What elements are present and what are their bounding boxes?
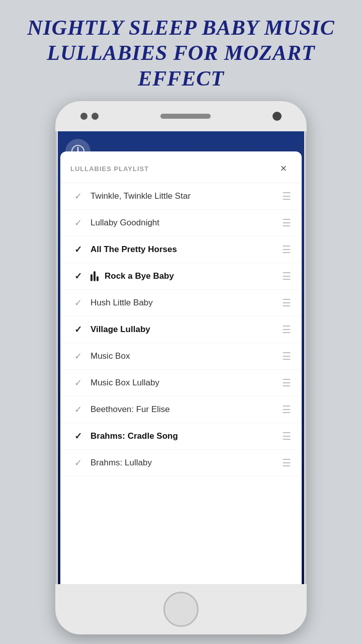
check-icon-5: ✓ — [70, 297, 85, 308]
phone-frame: LULLABIES PLAYLIST × ✓Twinkle, Twinkle L… — [55, 101, 307, 634]
playlist-item-5[interactable]: ✓Hush Little Baby☰ — [60, 290, 302, 316]
playing-bars-icon — [90, 271, 99, 281]
home-button[interactable] — [163, 592, 199, 627]
close-button[interactable]: × — [276, 160, 292, 177]
check-icon-7: ✓ — [70, 351, 85, 362]
song-name-5: Hush Little Baby — [85, 298, 282, 308]
page-header: Nightly sleep baby music lullabies for M… — [0, 15, 362, 91]
playlist-item-8[interactable]: ✓Music Box Lullaby☰ — [60, 370, 302, 396]
playlist-list[interactable]: ✓Twinkle, Twinkle Little Star☰✓Lullaby G… — [60, 183, 302, 584]
phone-screen: LULLABIES PLAYLIST × ✓Twinkle, Twinkle L… — [58, 131, 304, 584]
playlist-title: LULLABIES PLAYLIST — [70, 165, 149, 173]
drag-handle-10[interactable]: ☰ — [282, 430, 292, 442]
phone-top-bar — [55, 101, 307, 131]
check-icon-9: ✓ — [70, 404, 85, 415]
drag-handle-11[interactable]: ☰ — [282, 457, 292, 469]
playlist-item-3[interactable]: ✓All The Pretty Horses☰ — [60, 236, 302, 263]
song-name-9: Beethoven: Fur Elise — [85, 405, 282, 415]
dot1 — [80, 113, 87, 120]
check-icon-8: ✓ — [70, 377, 85, 388]
drag-handle-7[interactable]: ☰ — [282, 350, 292, 362]
song-name-10: Brahms: Cradle Song — [85, 431, 282, 441]
drag-handle-2[interactable]: ☰ — [282, 217, 292, 229]
check-icon-11: ✓ — [70, 457, 85, 468]
phone-speaker — [160, 114, 211, 119]
drag-handle-1[interactable]: ☰ — [282, 190, 292, 202]
check-icon-1: ✓ — [70, 191, 85, 202]
song-name-3: All The Pretty Horses — [85, 245, 282, 255]
drag-handle-6[interactable]: ☰ — [282, 324, 292, 336]
song-name-7: Music Box — [85, 351, 282, 361]
phone-camera — [273, 112, 282, 121]
drag-handle-9[interactable]: ☰ — [282, 404, 292, 416]
song-name-11: Brahms: Lullaby — [85, 458, 282, 468]
check-icon-6: ✓ — [70, 324, 85, 335]
playlist-overlay: LULLABIES PLAYLIST × ✓Twinkle, Twinkle L… — [60, 151, 302, 584]
drag-handle-8[interactable]: ☰ — [282, 377, 292, 389]
check-icon-3: ✓ — [70, 244, 85, 255]
playlist-item-2[interactable]: ✓Lullaby Goodnight☰ — [60, 210, 302, 236]
playlist-item-9[interactable]: ✓Beethoven: Fur Elise☰ — [60, 396, 302, 423]
phone-bottom — [55, 584, 307, 634]
song-name-4: Rock a Bye Baby — [85, 271, 282, 281]
playlist-header: LULLABIES PLAYLIST × — [60, 151, 302, 183]
phone-camera-dots — [80, 113, 99, 120]
drag-handle-3[interactable]: ☰ — [282, 244, 292, 256]
playlist-item-10[interactable]: ✓Brahms: Cradle Song☰ — [60, 423, 302, 450]
song-name-2: Lullaby Goodnight — [85, 218, 282, 228]
page-title: Nightly sleep baby music lullabies for M… — [20, 15, 342, 91]
check-icon-10: ✓ — [70, 431, 85, 442]
dot2 — [92, 113, 99, 120]
song-name-1: Twinkle, Twinkle Little Star — [85, 191, 282, 201]
playlist-item-1[interactable]: ✓Twinkle, Twinkle Little Star☰ — [60, 183, 302, 210]
check-icon-4: ✓ — [70, 271, 85, 282]
playlist-item-6[interactable]: ✓Village Lullaby☰ — [60, 316, 302, 343]
song-name-6: Village Lullaby — [85, 325, 282, 335]
song-name-8: Music Box Lullaby — [85, 378, 282, 388]
check-icon-2: ✓ — [70, 217, 85, 228]
playlist-item-11[interactable]: ✓Brahms: Lullaby☰ — [60, 450, 302, 476]
playlist-item-4[interactable]: ✓Rock a Bye Baby☰ — [60, 263, 302, 290]
drag-handle-4[interactable]: ☰ — [282, 270, 292, 282]
playlist-item-7[interactable]: ✓Music Box☰ — [60, 343, 302, 370]
drag-handle-5[interactable]: ☰ — [282, 297, 292, 309]
